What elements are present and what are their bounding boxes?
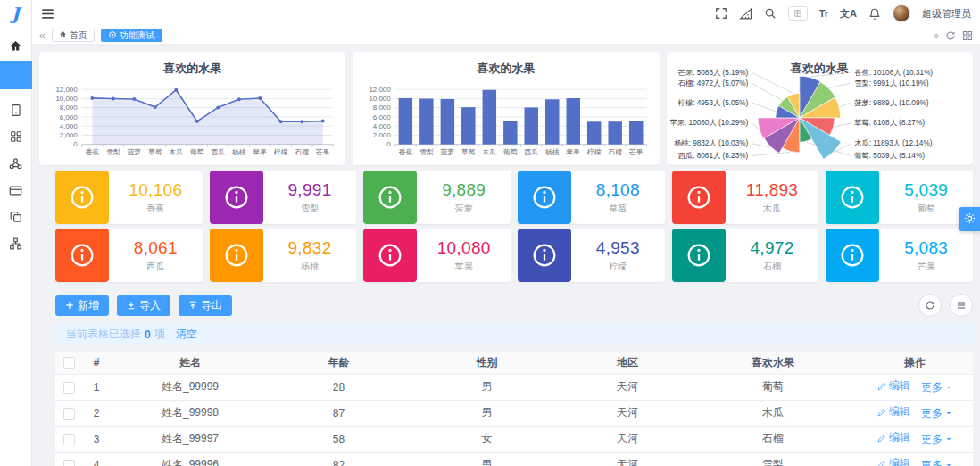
cell-fruit: 葡萄 — [689, 374, 857, 400]
stat-label: 雪梨 — [301, 203, 319, 215]
svg-text:10,000: 10,000 — [370, 95, 392, 103]
svg-text:6,000: 6,000 — [373, 113, 391, 121]
row-checkbox[interactable] — [63, 460, 75, 466]
card-icon — [9, 185, 22, 196]
table-row: 2姓名_9999887男天河木瓜编辑更多 — [55, 400, 973, 426]
sidebar-item-device[interactable] — [0, 96, 32, 123]
svg-text:菠萝: 菠萝 — [441, 148, 455, 156]
cell-region: 天河 — [566, 452, 689, 466]
stat-card: 9,832杨桃 — [210, 229, 357, 282]
edit-button[interactable]: 编辑 — [877, 404, 910, 420]
svg-text:葡萄: 葡萄 — [503, 148, 518, 156]
edit-button[interactable]: 编辑 — [877, 430, 910, 445]
svg-text:石榴: 4972人 (5.07%): 石榴: 4972人 (5.07%) — [677, 79, 748, 87]
svg-text:0: 0 — [73, 140, 78, 148]
more-button[interactable]: 更多 — [921, 432, 952, 447]
cell-gender: 男 — [408, 452, 566, 466]
sidebar-item-home[interactable] — [0, 32, 32, 59]
stat-label: 柠檬 — [609, 261, 627, 273]
select-all-checkbox[interactable] — [63, 357, 75, 369]
sidebar-item-card[interactable] — [0, 177, 32, 204]
stat-label: 苹果 — [455, 261, 473, 273]
brand-logo[interactable]: J — [0, 0, 32, 27]
svg-text:12,000: 12,000 — [370, 86, 392, 94]
info-icon — [363, 229, 417, 282]
col-region: 地区 — [566, 352, 689, 374]
font-size-button[interactable]: Tr — [819, 8, 828, 19]
sidebar-item-cluster[interactable] — [0, 150, 32, 177]
sidebar-item-active[interactable] — [0, 61, 32, 89]
svg-text:2,000: 2,000 — [373, 131, 391, 139]
svg-text:香蕉: 香蕉 — [85, 148, 99, 156]
sidebar-item-pages[interactable] — [0, 204, 32, 230]
refresh-table-button[interactable] — [918, 294, 942, 317]
edit-button[interactable]: 编辑 — [877, 456, 910, 466]
edit-button[interactable]: 编辑 — [877, 379, 910, 394]
stat-value: 8,061 — [134, 238, 178, 258]
search-button[interactable] — [764, 7, 777, 20]
tabs-scroll-right-button[interactable]: » — [933, 30, 939, 41]
stat-card: 5,083芒果 — [826, 229, 973, 282]
line-chart-card: 喜欢的水果 02,0004,0006,0008,00010,00012,000香… — [39, 52, 345, 165]
theme-settings-button[interactable] — [959, 207, 980, 231]
info-icon — [210, 171, 263, 224]
bar-chart[interactable]: 02,0004,0006,0008,00010,00012,000香蕉雪梨菠萝草… — [353, 52, 659, 165]
stat-value: 10,080 — [437, 238, 491, 258]
svg-text:苹果: 10080人 (10.29%): 苹果: 10080人 (10.29%) — [669, 119, 748, 127]
tab-home[interactable]: 首页 — [52, 29, 95, 42]
stat-label: 西瓜 — [146, 261, 164, 273]
tool-box-button[interactable] — [788, 6, 808, 21]
fullscreen-button[interactable] — [715, 7, 727, 20]
svg-text:雪梨: 9991人 (10.19%): 雪梨: 9991人 (10.19%) — [854, 79, 928, 87]
column-settings-button[interactable] — [950, 294, 973, 317]
draw-ruler-button[interactable] — [739, 8, 752, 20]
more-button[interactable]: 更多 — [921, 458, 952, 466]
svg-text:苹果: 苹果 — [253, 148, 267, 156]
svg-text:雪梨: 雪梨 — [106, 148, 120, 156]
stat-card: 4,972石榴 — [672, 229, 819, 282]
cell-fruit: 雪梨 — [689, 452, 857, 466]
sidebar-item-tree[interactable] — [0, 230, 32, 257]
svg-text:木瓜: 11893人 (12.14%): 木瓜: 11893人 (12.14%) — [854, 139, 932, 147]
stat-card: 9,889菠萝 — [363, 171, 511, 224]
layout-grid-button[interactable] — [962, 30, 973, 41]
notifications-bell-icon[interactable] — [868, 7, 881, 21]
export-button[interactable]: 导出 — [179, 295, 232, 316]
import-button[interactable]: 导入 — [117, 295, 170, 316]
sidebar-item-apps[interactable] — [0, 123, 32, 150]
info-icon — [826, 171, 879, 224]
line-chart[interactable]: 02,0004,0006,0008,00010,00012,000香蕉雪梨菠萝草… — [39, 52, 345, 165]
stat-label: 菠萝 — [455, 203, 473, 215]
row-checkbox[interactable] — [63, 408, 75, 420]
tab-function-test[interactable]: 功能测试 — [101, 29, 162, 42]
table-toolbar: 新增 导入 导出 — [55, 294, 973, 317]
col-fruit: 喜欢水果 — [689, 352, 857, 374]
user-name[interactable]: 超级管理员 — [922, 7, 971, 21]
col-actions: 操作 — [857, 352, 973, 374]
cluster-icon — [9, 157, 22, 171]
translate-button[interactable]: 文A — [840, 7, 857, 21]
cell-region: 天河 — [566, 426, 689, 452]
svg-text:石榴: 石榴 — [609, 148, 623, 156]
more-button[interactable]: 更多 — [921, 380, 952, 395]
table-body: 1姓名_9999928男天河葡萄编辑更多2姓名_9999887男天河木瓜编辑更多… — [55, 374, 973, 466]
rose-pie-chart[interactable]: 香蕉: 10106人 (10.31%)雪梨: 9991人 (10.19%)菠萝:… — [667, 52, 973, 165]
svg-text:10,000: 10,000 — [55, 95, 78, 103]
selection-unit: 项 — [154, 327, 165, 342]
row-checkbox[interactable] — [63, 434, 75, 445]
tabs-scroll-left-button[interactable]: « — [39, 30, 46, 41]
refresh-page-button[interactable] — [945, 30, 956, 41]
svg-text:柠檬: 4953人 (5.05%): 柠檬: 4953人 (5.05%) — [677, 99, 748, 107]
more-button[interactable]: 更多 — [921, 406, 952, 421]
copy-icon — [10, 211, 22, 223]
clear-selection-button[interactable]: 清空 — [176, 327, 197, 342]
stat-label: 香蕉 — [146, 203, 164, 215]
stat-card: 4,953柠檬 — [518, 229, 665, 282]
stat-value: 5,083 — [904, 238, 948, 258]
row-checkbox[interactable] — [63, 382, 75, 394]
hamburger-menu-button[interactable] — [41, 8, 54, 20]
add-button[interactable]: 新增 — [55, 295, 109, 316]
info-icon — [518, 171, 571, 224]
user-avatar[interactable] — [893, 4, 910, 22]
table-row: 4姓名_9999682男天河雪梨编辑更多 — [55, 452, 973, 466]
